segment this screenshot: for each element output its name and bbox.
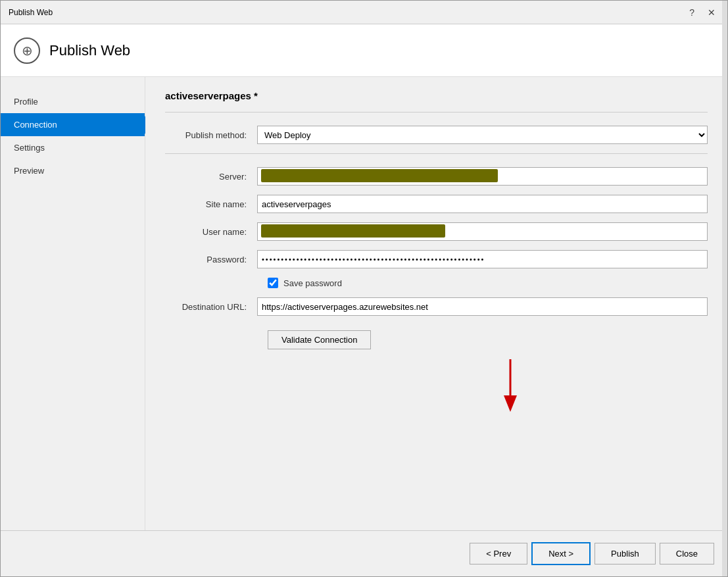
site-name-row: Site name: xyxy=(165,195,708,213)
form-area: activeserverpages * Publish method: Web … xyxy=(145,77,727,530)
destination-url-label: Destination URL: xyxy=(165,302,257,312)
header-area: ⊕ Publish Web xyxy=(1,24,727,77)
sidebar-item-connection[interactable]: Connection xyxy=(1,113,145,136)
title-bar-controls: ? ✕ xyxy=(685,7,719,18)
username-label: User name: xyxy=(165,227,257,237)
prev-button[interactable]: < Prev xyxy=(470,543,527,564)
save-password-checkbox[interactable] xyxy=(268,278,278,288)
destination-url-row: Destination URL: xyxy=(165,297,708,316)
validate-connection-button[interactable]: Validate Connection xyxy=(268,330,371,349)
publish-method-select[interactable]: Web Deploy FTP File System Web Deploy Pa… xyxy=(257,126,708,144)
server-label: Server: xyxy=(165,172,257,182)
close-dialog-button[interactable]: Close xyxy=(660,543,714,564)
sidebar-item-preview[interactable]: Preview xyxy=(1,159,145,182)
password-label: Password: xyxy=(165,255,257,264)
save-password-row: Save password xyxy=(268,278,708,288)
profile-name: activeserverpages * xyxy=(165,90,708,101)
footer: < Prev Next > Publish Close xyxy=(1,530,727,576)
separator2 xyxy=(165,153,708,154)
header-title: Publish Web xyxy=(49,42,130,59)
sidebar-item-settings[interactable]: Settings xyxy=(1,136,145,159)
title-bar: Publish Web ? ✕ xyxy=(1,1,727,24)
server-row: Server: xyxy=(165,167,708,186)
svg-marker-1 xyxy=(504,395,517,412)
dialog-window: Publish Web ? ✕ ⊕ Publish Web Profile Co… xyxy=(0,0,728,577)
globe-icon: ⊕ xyxy=(14,38,40,64)
window-title: Publish Web xyxy=(9,8,53,17)
username-redacted-overlay xyxy=(261,224,445,238)
red-arrow-icon xyxy=(497,356,523,415)
destination-url-input[interactable] xyxy=(257,297,708,316)
sidebar: Profile Connection Settings Preview xyxy=(1,77,145,530)
username-row: User name: xyxy=(165,222,708,241)
publish-method-row: Publish method: Web Deploy FTP File Syst… xyxy=(165,126,708,144)
sidebar-item-profile[interactable]: Profile xyxy=(1,90,145,113)
main-content: Profile Connection Settings Preview acti… xyxy=(1,77,727,530)
password-row: Password: xyxy=(165,250,708,268)
publish-method-label: Publish method: xyxy=(165,130,257,140)
close-window-button[interactable]: ✕ xyxy=(704,7,719,18)
site-name-label: Site name: xyxy=(165,199,257,209)
separator xyxy=(165,112,708,113)
site-name-input[interactable] xyxy=(257,195,708,213)
help-button[interactable]: ? xyxy=(685,7,698,18)
next-button[interactable]: Next > xyxy=(531,542,591,565)
publish-button[interactable]: Publish xyxy=(595,543,656,564)
arrow-area xyxy=(165,356,708,422)
password-input[interactable] xyxy=(257,250,708,268)
server-redacted-overlay xyxy=(261,169,498,182)
scrollbar[interactable] xyxy=(722,77,727,530)
save-password-label[interactable]: Save password xyxy=(283,278,342,288)
